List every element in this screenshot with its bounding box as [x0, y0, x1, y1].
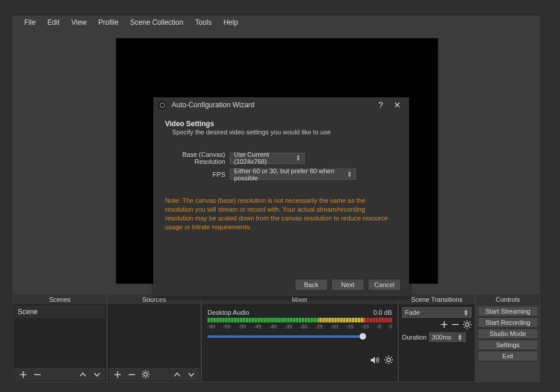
svg-point-2 — [466, 323, 469, 327]
duration-spinner-icon[interactable]: ▲▼ — [457, 334, 463, 341]
exit-button[interactable]: Exit — [477, 351, 538, 361]
start-streaming-button[interactable]: Start Streaming — [477, 306, 538, 317]
sources-toolbar — [108, 368, 200, 381]
svg-point-0 — [144, 373, 147, 376]
duration-input[interactable]: 300ms ▲▼ — [429, 332, 466, 342]
resolution-label: Base (Canvas) Resolution — [165, 151, 230, 165]
mixer-settings-icon[interactable] — [384, 355, 393, 364]
start-recording-button[interactable]: Start Recording — [477, 317, 538, 328]
dialog-heading: Video Settings — [165, 120, 397, 128]
dialog-subheading: Specify the desired video settings you w… — [165, 129, 397, 136]
add-source-icon[interactable] — [113, 370, 121, 378]
auto-config-wizard-dialog: Auto-Configuration Wizard ? ✕ Video Sett… — [153, 97, 409, 297]
mixer-track-name: Desktop Audio — [207, 309, 249, 316]
svg-point-1 — [387, 358, 391, 362]
add-scene-icon[interactable] — [19, 370, 27, 378]
settings-button[interactable]: Settings — [477, 340, 538, 350]
transition-select[interactable]: Fade ▲▼ — [402, 307, 472, 318]
fps-label: FPS — [165, 171, 230, 178]
speaker-icon[interactable] — [370, 356, 380, 364]
dialog-title: Auto-Configuration Wizard — [172, 101, 255, 109]
scenes-panel: Scenes Scene — [14, 294, 106, 381]
mixer-meter — [207, 318, 392, 322]
menu-scene-collection[interactable]: Scene Collection — [124, 16, 189, 29]
move-scene-up-icon[interactable] — [78, 370, 87, 378]
mixer-db-value: 0.0 dB — [373, 309, 392, 316]
move-scene-down-icon[interactable] — [93, 370, 101, 378]
scenes-toolbar — [14, 368, 106, 381]
dialog-titlebar[interactable]: Auto-Configuration Wizard ? ✕ — [153, 97, 409, 113]
dialog-help-button[interactable]: ? — [373, 100, 389, 110]
menu-file[interactable]: File — [18, 16, 41, 29]
mixer-panel: Mixer Desktop Audio 0.0 dB -60-55-50-45-… — [202, 294, 397, 381]
transition-value: Fade — [405, 309, 420, 316]
add-transition-icon[interactable] — [440, 321, 448, 328]
cancel-button[interactable]: Cancel — [368, 279, 401, 291]
transition-settings-icon[interactable] — [463, 320, 472, 329]
back-button[interactable]: Back — [295, 279, 328, 291]
obs-logo-icon — [158, 101, 167, 110]
fps-spinner-icon[interactable]: ▲▼ — [347, 171, 352, 178]
menu-view[interactable]: View — [65, 16, 93, 29]
transitions-header: Scene Transitions — [399, 294, 475, 305]
mixer-volume-slider[interactable] — [207, 335, 363, 338]
scene-item[interactable]: Scene — [14, 305, 106, 318]
resolution-spinner-icon[interactable]: ▲▼ — [296, 154, 301, 162]
remove-transition-icon[interactable] — [452, 321, 459, 328]
menu-help[interactable]: Help — [218, 16, 244, 29]
controls-panel: Controls Start Streaming Start Recording… — [476, 294, 539, 381]
dialog-close-button[interactable]: ✕ — [389, 100, 406, 110]
next-button[interactable]: Next — [331, 279, 364, 291]
transition-spinner-icon[interactable]: ▲▼ — [463, 309, 469, 316]
remove-source-icon[interactable] — [127, 370, 136, 378]
source-properties-icon[interactable] — [141, 370, 150, 378]
menu-tools[interactable]: Tools — [189, 16, 218, 29]
duration-value: 300ms — [432, 334, 452, 341]
bottom-docks: Scenes Scene Sources — [12, 294, 541, 383]
remove-scene-icon[interactable] — [33, 370, 41, 378]
move-source-down-icon[interactable] — [187, 370, 195, 378]
menu-profile[interactable]: Profile — [93, 16, 124, 29]
resolution-value: Use Current (1024x768) — [234, 151, 291, 165]
mixer-volume-thumb[interactable] — [360, 333, 366, 340]
studio-mode-button[interactable]: Studio Mode — [477, 328, 538, 339]
dialog-note: Note: The canvas (base) resolution is no… — [165, 196, 397, 231]
menu-edit[interactable]: Edit — [41, 16, 65, 29]
sources-panel: Sources — [108, 294, 200, 381]
transitions-panel: Scene Transitions Fade ▲▼ Duration 300ms… — [399, 294, 475, 381]
duration-label: Duration — [402, 334, 427, 341]
fps-select[interactable]: Either 60 or 30, but prefer 60 when poss… — [230, 169, 356, 180]
mixer-scale: -60-55-50-45-40-35-30-25-20-15-10-50 — [207, 324, 392, 330]
menubar: File Edit View Profile Scene Collection … — [12, 15, 541, 29]
resolution-select[interactable]: Use Current (1024x768) ▲▼ — [230, 153, 305, 164]
scenes-header: Scenes — [14, 294, 106, 305]
controls-header: Controls — [476, 294, 539, 305]
move-source-up-icon[interactable] — [173, 370, 181, 378]
fps-value: Either 60 or 30, but prefer 60 when poss… — [234, 167, 342, 182]
